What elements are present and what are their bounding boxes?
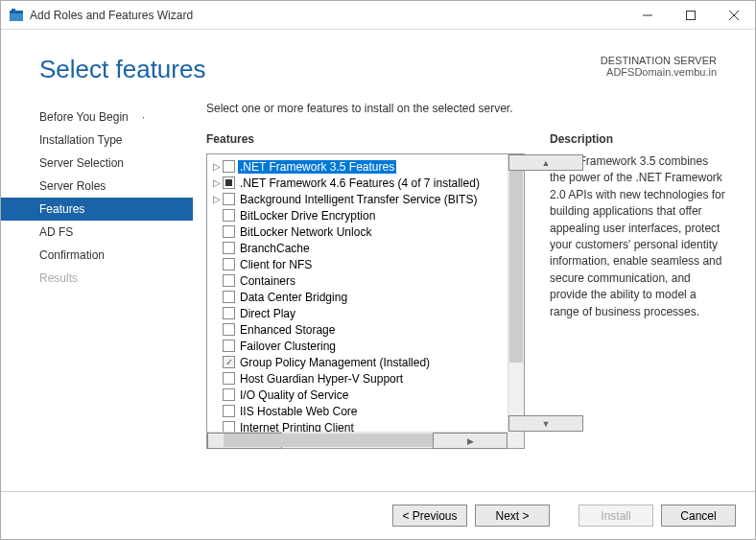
destination-server-name: ADFSDomain.vembu.in <box>601 66 717 78</box>
feature-label[interactable]: BitLocker Drive Encryption <box>238 209 377 223</box>
wizard-nav: Before You Begin·Installation TypeServer… <box>1 94 193 478</box>
features-tree: ▷.NET Framework 3.5 Features▷.NET Framew… <box>206 153 525 449</box>
nav-marker: · <box>142 112 145 123</box>
scroll-down-icon[interactable]: ▼ <box>508 415 583 432</box>
destination-server-block: DESTINATION SERVER ADFSDomain.vembu.in <box>601 55 717 78</box>
feature-label[interactable]: Data Center Bridging <box>238 291 349 304</box>
feature-checkbox[interactable] <box>223 421 235 432</box>
feature-label[interactable]: .NET Framework 3.5 Features <box>238 160 396 174</box>
feature-label[interactable]: IIS Hostable Web Core <box>238 405 360 418</box>
feature-item[interactable]: ▷Failover Clustering <box>211 338 508 354</box>
feature-checkbox[interactable] <box>223 405 235 417</box>
instruction-text: Select one or more features to install o… <box>206 102 726 115</box>
feature-item[interactable]: ▷Background Intelligent Transfer Service… <box>211 191 508 207</box>
scroll-corner <box>508 432 524 448</box>
feature-item[interactable]: ▷Client for NFS <box>211 256 508 272</box>
feature-item[interactable]: ▷.NET Framework 3.5 Features <box>211 158 508 175</box>
app-icon <box>9 8 24 23</box>
description-heading: Description <box>550 132 726 146</box>
install-button: Install <box>579 505 653 527</box>
feature-label[interactable]: BranchCache <box>238 242 312 255</box>
expand-icon[interactable]: ▷ <box>211 161 223 172</box>
feature-label[interactable]: Direct Play <box>238 307 297 320</box>
feature-checkbox[interactable] <box>223 356 235 368</box>
feature-label[interactable]: Enhanced Storage <box>238 323 337 337</box>
feature-label[interactable]: Background Intelligent Transfer Service … <box>238 193 479 206</box>
features-heading: Features <box>206 132 525 146</box>
nav-item-server-roles[interactable]: Server Roles <box>1 175 193 198</box>
horizontal-scrollbar[interactable]: ◀ ▶ <box>207 432 508 448</box>
svg-rect-4 <box>686 11 695 19</box>
feature-checkbox[interactable] <box>223 193 235 205</box>
feature-checkbox[interactable] <box>223 291 235 303</box>
scroll-right-icon[interactable]: ▶ <box>433 433 508 449</box>
feature-label[interactable]: .NET Framework 4.6 Features (4 of 7 inst… <box>238 176 482 190</box>
nav-item-installation-type[interactable]: Installation Type <box>1 129 193 152</box>
feature-item[interactable]: ▷BitLocker Drive Encryption <box>211 207 508 223</box>
titlebar: Add Roles and Features Wizard <box>1 1 755 30</box>
previous-button[interactable]: < Previous <box>392 505 467 527</box>
feature-label[interactable]: Client for NFS <box>238 258 314 271</box>
feature-item[interactable]: ▷BitLocker Network Unlock <box>211 223 508 240</box>
feature-item[interactable]: ▷Direct Play <box>211 305 508 321</box>
feature-item[interactable]: ▷Internet Printing Client <box>211 419 508 432</box>
feature-checkbox[interactable] <box>223 176 235 189</box>
cancel-button[interactable]: Cancel <box>661 505 736 527</box>
wizard-footer: < Previous Next > Install Cancel <box>1 491 755 539</box>
feature-item[interactable]: ▷Group Policy Management (Installed) <box>211 354 508 370</box>
content-area: Select one or more features to install o… <box>193 94 755 478</box>
feature-item[interactable]: ▷BranchCache <box>211 240 508 256</box>
next-button[interactable]: Next > <box>475 505 550 527</box>
nav-item-features[interactable]: Features <box>1 198 193 221</box>
feature-checkbox[interactable] <box>223 340 235 352</box>
feature-item[interactable]: ▷Enhanced Storage <box>211 321 508 338</box>
destination-label: DESTINATION SERVER <box>601 55 717 66</box>
svg-rect-2 <box>12 9 15 12</box>
feature-item[interactable]: ▷Containers <box>211 272 508 289</box>
nav-item-confirmation[interactable]: Confirmation <box>1 244 193 267</box>
feature-label[interactable]: I/O Quality of Service <box>238 388 350 402</box>
close-button[interactable] <box>712 1 755 29</box>
feature-label[interactable]: Internet Printing Client <box>238 421 356 433</box>
window-title: Add Roles and Features Wizard <box>30 9 626 22</box>
feature-checkbox[interactable] <box>223 307 235 319</box>
feature-label[interactable]: Containers <box>238 274 297 288</box>
feature-item[interactable]: ▷.NET Framework 4.6 Features (4 of 7 ins… <box>211 175 508 191</box>
nav-item-ad-fs[interactable]: AD FS <box>1 221 193 244</box>
nav-item-results: Results <box>1 267 193 290</box>
maximize-button[interactable] <box>669 1 712 29</box>
window-controls <box>626 1 755 29</box>
feature-checkbox[interactable] <box>223 242 235 254</box>
vertical-scrollbar[interactable]: ▲ ▼ <box>508 154 524 432</box>
nav-item-before-you-begin[interactable]: Before You Begin· <box>1 106 193 129</box>
scroll-up-icon[interactable]: ▲ <box>508 154 583 171</box>
page-title: Select features <box>39 55 601 84</box>
feature-checkbox[interactable] <box>223 323 235 336</box>
feature-checkbox[interactable] <box>223 225 235 238</box>
feature-checkbox[interactable] <box>223 372 235 385</box>
feature-item[interactable]: ▷Data Center Bridging <box>211 289 508 305</box>
vertical-scroll-thumb[interactable] <box>509 171 523 363</box>
feature-item[interactable]: ▷Host Guardian Hyper-V Support <box>211 370 508 387</box>
wizard-header: Select features DESTINATION SERVER ADFSD… <box>1 30 755 94</box>
nav-item-server-selection[interactable]: Server Selection <box>1 152 193 175</box>
feature-item[interactable]: ▷I/O Quality of Service <box>211 387 508 403</box>
features-tree-viewport[interactable]: ▷.NET Framework 3.5 Features▷.NET Framew… <box>207 154 508 432</box>
expand-icon[interactable]: ▷ <box>211 194 223 204</box>
feature-label[interactable]: BitLocker Network Unlock <box>238 225 373 239</box>
feature-item[interactable]: ▷IIS Hostable Web Core <box>211 403 508 419</box>
feature-label[interactable]: Group Policy Management (Installed) <box>238 356 432 369</box>
feature-checkbox[interactable] <box>223 258 235 270</box>
feature-checkbox[interactable] <box>223 209 235 222</box>
description-text: .NET Framework 3.5 combines the power of… <box>550 153 726 320</box>
minimize-button[interactable] <box>626 1 669 29</box>
feature-checkbox[interactable] <box>223 388 235 401</box>
feature-label[interactable]: Failover Clustering <box>238 340 338 353</box>
feature-label[interactable]: Host Guardian Hyper-V Support <box>238 372 405 386</box>
expand-icon[interactable]: ▷ <box>211 177 223 188</box>
feature-checkbox[interactable] <box>223 160 235 173</box>
feature-checkbox[interactable] <box>223 274 235 287</box>
horizontal-scroll-thumb[interactable] <box>224 434 454 447</box>
